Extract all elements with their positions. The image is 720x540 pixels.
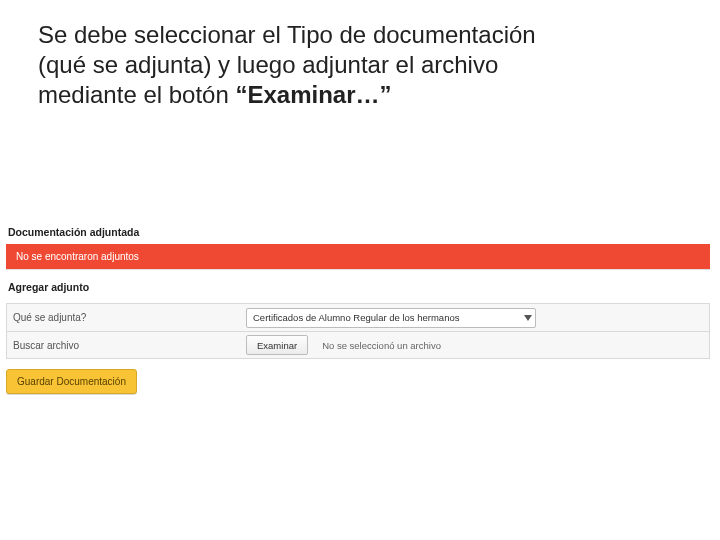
instruction-line3-prefix: mediante el botón [38, 81, 235, 108]
attachment-type-select[interactable]: Certificados de Alumno Regular de los he… [246, 308, 536, 328]
instruction-text: Se debe seleccionar el Tipo de documenta… [38, 20, 640, 110]
attachment-type-selected-text: Certificados de Alumno Regular de los he… [253, 312, 459, 323]
instruction-line3-bold: “Examinar…” [235, 81, 391, 108]
add-attachment-title: Agregar adjunto [6, 275, 710, 299]
documentation-panel: Documentación adjuntada No se encontraro… [6, 220, 710, 394]
attachment-type-label: Qué se adjunta? [13, 312, 238, 323]
attachment-type-select-wrap: Certificados de Alumno Regular de los he… [246, 307, 536, 328]
no-attachments-text: No se encontraron adjuntos [16, 251, 139, 262]
row-attachment-type: Qué se adjunta? Certificados de Alumno R… [6, 303, 710, 332]
browse-button[interactable]: Examinar [246, 335, 308, 355]
file-status-text: No se seleccionó un archivo [322, 340, 441, 351]
file-label: Buscar archivo [13, 340, 238, 351]
instruction-line1: Se debe seleccionar el Tipo de documenta… [38, 21, 536, 48]
save-documentation-button[interactable]: Guardar Documentación [6, 369, 137, 394]
instruction-line2: (qué se adjunta) y luego adjuntar el arc… [38, 51, 498, 78]
attached-docs-title: Documentación adjuntada [6, 220, 710, 244]
no-attachments-alert: No se encontraron adjuntos [6, 244, 710, 269]
row-file: Buscar archivo Examinar No se seleccionó… [6, 331, 710, 359]
